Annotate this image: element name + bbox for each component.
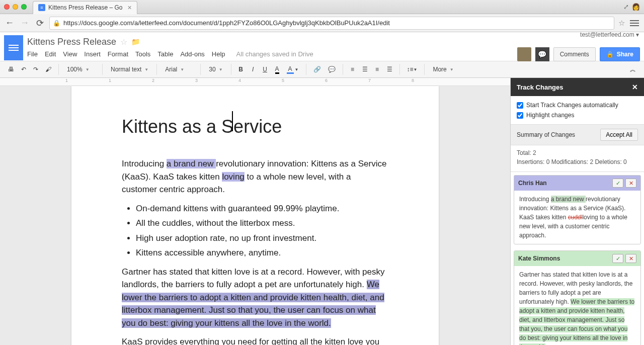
- menu-tools[interactable]: Tools: [135, 50, 150, 58]
- collapse-toolbar-icon[interactable]: ︽: [627, 63, 639, 75]
- print-icon[interactable]: 🖶: [5, 63, 17, 75]
- insert-comment-icon[interactable]: 💬: [325, 63, 339, 75]
- browser-tab[interactable]: ≡ Kittens Press Release – Go ×: [33, 1, 137, 14]
- change-author: Chris Han: [518, 180, 547, 187]
- redo-icon[interactable]: ↷: [30, 63, 41, 75]
- highlight-color-icon[interactable]: A▼: [284, 63, 302, 75]
- bold-icon[interactable]: B: [235, 63, 247, 75]
- document-canvas[interactable]: 1 1 2 3 4 5 6 7 8 Kittens as a Service I…: [0, 78, 510, 345]
- checkbox-highlight[interactable]: [517, 112, 523, 119]
- list-item[interactable]: All the cuddles, without the litterbox m…: [136, 217, 388, 230]
- text-color-icon[interactable]: A: [272, 63, 283, 75]
- reject-change-button[interactable]: ✕: [625, 254, 636, 263]
- menu-file[interactable]: File: [27, 50, 38, 58]
- comments-button[interactable]: Comments: [553, 47, 596, 61]
- collaborator-avatar[interactable]: [517, 47, 531, 61]
- insert-link-icon[interactable]: 🔗: [310, 63, 324, 75]
- change-body: Introducing a brand new revolutionary in…: [514, 191, 640, 244]
- align-center-icon[interactable]: ☰: [359, 63, 371, 75]
- zoom-dropdown[interactable]: 100%▼: [63, 64, 98, 75]
- docs-favicon-icon: ≡: [38, 4, 45, 11]
- sidebar-close-icon[interactable]: ✕: [632, 83, 638, 91]
- underline-icon[interactable]: U: [260, 63, 271, 75]
- change-card[interactable]: Kate Simmons ✓ ✕ Gartner has stated that…: [514, 250, 641, 345]
- reject-change-button[interactable]: ✕: [625, 179, 636, 188]
- option-highlight[interactable]: Highlight changes: [517, 110, 638, 120]
- horizontal-ruler[interactable]: 1 1 2 3 4 5 6 7 8: [0, 78, 510, 86]
- align-right-icon[interactable]: ≡: [372, 63, 383, 75]
- accept-change-button[interactable]: ✓: [612, 179, 623, 188]
- highlight-span: loving: [222, 172, 244, 182]
- document-body[interactable]: Introducing a brand new revolutionary in…: [122, 157, 388, 345]
- align-left-icon[interactable]: ≡: [347, 63, 358, 75]
- window-expand-icon[interactable]: ⤢: [622, 3, 630, 11]
- bookmark-star-icon[interactable]: ☆: [618, 19, 625, 28]
- summary-breakdown: Insertions: 0 Modifications: 2 Deletions…: [517, 157, 638, 166]
- line-spacing-icon[interactable]: ↕≡▼: [404, 63, 421, 75]
- menu-view[interactable]: View: [63, 50, 77, 58]
- change-card[interactable]: Chris Han ✓ ✕ Introducing a brand new re…: [514, 175, 641, 244]
- folder-icon[interactable]: 📁: [131, 38, 140, 46]
- save-status: All changes saved in Drive: [236, 50, 313, 58]
- summary-header: Summary of Changes Accept All: [511, 125, 644, 145]
- window-zoom[interactable]: [21, 4, 27, 10]
- text-cursor: [232, 111, 233, 131]
- accept-all-button[interactable]: Accept All: [600, 129, 638, 141]
- summary-total: Total: 2: [517, 148, 638, 157]
- change-author-header: Kate Simmons ✓ ✕: [514, 251, 640, 266]
- option-auto-track[interactable]: Start Track Changes automatically: [517, 100, 638, 110]
- change-author-header: Chris Han ✓ ✕: [514, 176, 640, 191]
- sidebar-options: Start Track Changes automatically Highli…: [511, 96, 644, 125]
- font-dropdown[interactable]: Arial▼: [161, 64, 196, 75]
- url-text: https://docs.google.com/a/letterfeed.com…: [63, 19, 390, 27]
- tab-title: Kittens Press Release – Go: [48, 4, 122, 11]
- menu-edit[interactable]: Edit: [45, 50, 56, 58]
- document-heading[interactable]: Kittens as a Service: [122, 116, 388, 137]
- window-minimize[interactable]: [13, 4, 18, 10]
- url-input[interactable]: 🔒 https://docs.google.com/a/letterfeed.c…: [49, 17, 614, 30]
- highlight-span: a brand new: [167, 159, 216, 168]
- user-email[interactable]: test@letterfeed.com ▾: [580, 31, 639, 38]
- menu-help[interactable]: Help: [212, 50, 225, 58]
- share-lock-icon: 🔒: [606, 51, 614, 58]
- summary-title: Summary of Changes: [517, 131, 575, 138]
- docs-logo-icon[interactable]: [4, 35, 23, 60]
- change-body: Gartner has stated that kitten love is a…: [514, 266, 640, 345]
- document-page[interactable]: Kittens as a Service Introducing a brand…: [71, 86, 439, 345]
- chat-icon[interactable]: 💬: [535, 47, 549, 61]
- nav-reload-icon[interactable]: ⟳: [34, 18, 45, 29]
- accept-change-button[interactable]: ✓: [612, 254, 623, 263]
- menu-addons[interactable]: Add-ons: [180, 50, 204, 58]
- style-dropdown[interactable]: Normal text▼: [107, 64, 152, 75]
- browser-tab-bar: ≡ Kittens Press Release – Go × ⤢ 👩: [0, 0, 644, 14]
- menu-format[interactable]: Format: [108, 50, 128, 58]
- menu-table[interactable]: Table: [157, 50, 173, 58]
- checkbox-auto-track[interactable]: [517, 102, 523, 109]
- browser-menu-icon[interactable]: [629, 18, 640, 29]
- track-changes-sidebar: Track Changes ✕ Start Track Changes auto…: [510, 78, 644, 345]
- italic-icon[interactable]: I: [248, 63, 259, 75]
- browser-url-bar: ← → ⟳ 🔒 https://docs.google.com/a/letter…: [0, 14, 644, 32]
- sidebar-header: Track Changes ✕: [511, 78, 644, 96]
- change-author: Kate Simmons: [518, 255, 560, 262]
- user-avatar-icon[interactable]: 👩: [632, 3, 640, 11]
- more-dropdown[interactable]: More▼: [429, 64, 457, 75]
- list-item[interactable]: High user adoption rate, no up front inv…: [136, 232, 388, 245]
- tab-close-icon[interactable]: ×: [127, 4, 131, 12]
- list-item[interactable]: On-demand kittens with guaranteed 99.99%…: [136, 202, 388, 215]
- nav-forward-icon[interactable]: →: [19, 18, 30, 29]
- nav-back-icon[interactable]: ←: [4, 18, 15, 29]
- font-size-dropdown[interactable]: 30▼: [205, 64, 226, 75]
- menu-insert[interactable]: Insert: [84, 50, 101, 58]
- window-close[interactable]: [4, 4, 10, 10]
- doc-star-icon[interactable]: ☆: [120, 37, 127, 47]
- sidebar-title: Track Changes: [517, 83, 564, 91]
- formatting-toolbar: 🖶 ↶ ↷ 🖌 100%▼ Normal text▼ Arial▼ 30▼ B …: [0, 61, 644, 78]
- docs-header: Kittens Press Release ☆ 📁 File Edit View…: [0, 32, 644, 61]
- undo-icon[interactable]: ↶: [18, 63, 29, 75]
- align-justify-icon[interactable]: ☰: [384, 63, 395, 75]
- list-item[interactable]: Kittens accessible anywhere, anytime.: [136, 246, 388, 260]
- share-button[interactable]: 🔒 Share: [600, 47, 640, 61]
- paint-format-icon[interactable]: 🖌: [42, 63, 54, 75]
- document-title[interactable]: Kittens Press Release: [27, 37, 116, 47]
